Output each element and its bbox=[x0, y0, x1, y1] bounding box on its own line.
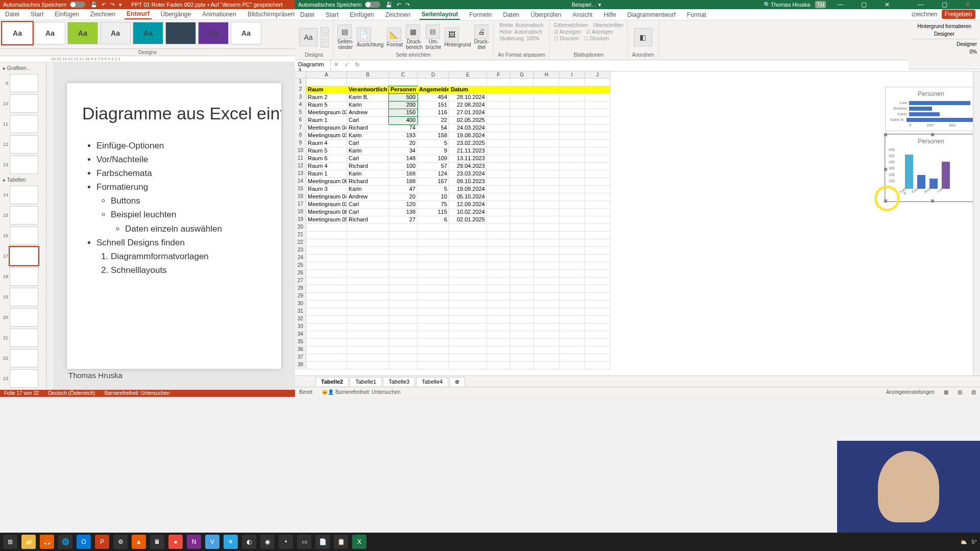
normal-view-icon[interactable]: ▦ bbox=[944, 389, 948, 395]
close-button[interactable]: ✕ bbox=[959, 1, 977, 8]
formula-bar[interactable] bbox=[363, 60, 980, 71]
column-header[interactable]: D bbox=[418, 71, 449, 78]
fonts-icon[interactable] bbox=[321, 34, 329, 40]
grid-vertical-scrollbar[interactable] bbox=[973, 71, 980, 375]
sheet-tab[interactable]: Tabelle4 bbox=[416, 377, 448, 386]
margins-icon[interactable]: ▤ bbox=[337, 24, 352, 39]
slide-thumbnail[interactable]: 13 bbox=[1, 156, 45, 174]
obs-icon[interactable]: ◉ bbox=[260, 535, 275, 549]
column-header[interactable]: J bbox=[585, 71, 610, 78]
column-header[interactable]: E bbox=[449, 71, 487, 78]
redo-icon[interactable]: ↷ bbox=[110, 2, 115, 8]
slide-thumbnail[interactable]: 22 bbox=[1, 349, 45, 367]
print-area-icon[interactable]: ▦ bbox=[406, 24, 420, 39]
tab-datei[interactable]: Datei bbox=[298, 10, 316, 19]
design-theme[interactable]: Aa bbox=[100, 22, 131, 44]
enter-icon[interactable]: ✓ bbox=[341, 60, 352, 71]
tab-start[interactable]: Start bbox=[29, 10, 45, 19]
maximize-button[interactable]: ▢ bbox=[935, 1, 953, 8]
column-header[interactable]: H bbox=[534, 71, 559, 78]
tab-entwurf[interactable]: Entwurf bbox=[125, 9, 152, 19]
vlc-icon[interactable]: ▲ bbox=[132, 535, 146, 549]
column-header[interactable]: C bbox=[389, 71, 418, 78]
cancel-icon[interactable]: ✕ bbox=[331, 60, 341, 71]
chrome-icon[interactable]: 🌐 bbox=[58, 535, 72, 549]
app-icon[interactable]: ▭ bbox=[297, 535, 311, 549]
app-icon[interactable]: ⚙ bbox=[113, 535, 128, 549]
sheet-tab[interactable]: Tabelle2 bbox=[315, 377, 349, 386]
tab-diagrammentwurf[interactable]: Diagrammentwurf bbox=[625, 10, 678, 19]
page-break-view-icon[interactable]: ▧ bbox=[971, 389, 976, 395]
app-icon[interactable]: ◐ bbox=[242, 535, 256, 549]
tab-seitenlayout[interactable]: Seitenlayout bbox=[420, 10, 460, 20]
minimize-button[interactable]: — bbox=[831, 1, 849, 8]
slide-canvas[interactable]: Diagramme aus Excel einfü Einfüge-Option… bbox=[67, 83, 281, 369]
autosave-toggle[interactable] bbox=[70, 2, 85, 8]
column-header[interactable]: B bbox=[347, 71, 389, 78]
minimize-button[interactable]: — bbox=[912, 1, 930, 8]
slide-thumbnail[interactable]: 9 bbox=[1, 74, 45, 92]
column-header[interactable]: A bbox=[306, 71, 347, 78]
telegram-icon[interactable]: ✈ bbox=[224, 535, 238, 549]
slide-thumbnail[interactable]: 23 bbox=[1, 369, 45, 388]
slide-thumbnail[interactable]: 20 bbox=[1, 308, 45, 327]
breaks-icon[interactable]: ⊟ bbox=[426, 24, 440, 39]
app-icon[interactable]: • bbox=[279, 535, 293, 549]
autosave-toggle[interactable] bbox=[365, 2, 380, 8]
sheet-tab[interactable]: Tabelle3 bbox=[383, 377, 415, 386]
design-theme[interactable]: Aa bbox=[198, 22, 229, 44]
design-theme[interactable]: Aa bbox=[35, 22, 65, 44]
arrange-icon[interactable]: ◧ bbox=[634, 28, 652, 46]
user-badge[interactable]: TH bbox=[815, 1, 826, 8]
design-theme[interactable]: Aa bbox=[133, 22, 163, 44]
page-layout-view-icon[interactable]: ▤ bbox=[958, 389, 962, 395]
tab-format[interactable]: Format bbox=[685, 10, 708, 19]
column-header[interactable]: G bbox=[510, 71, 534, 78]
slide-thumbnail[interactable]: 16 bbox=[1, 227, 45, 245]
themes-icon[interactable]: Aa bbox=[299, 28, 317, 46]
tab-start[interactable]: Start bbox=[324, 10, 340, 19]
tab-übergänge[interactable]: Übergänge bbox=[159, 10, 193, 19]
colors-icon[interactable] bbox=[321, 27, 329, 33]
tab-einfügen[interactable]: Einfügen bbox=[348, 10, 376, 19]
tab-einfügen[interactable]: Einfügen bbox=[53, 10, 81, 19]
tab-datei[interactable]: Datei bbox=[3, 10, 21, 19]
slide-thumbnail[interactable]: 19 bbox=[1, 288, 45, 306]
close-button[interactable]: ✕ bbox=[878, 1, 896, 8]
tab-hilfe[interactable]: Hilfe bbox=[602, 10, 618, 19]
slide-thumbnail[interactable]: 18 bbox=[1, 267, 45, 286]
undo-icon[interactable]: ↶ bbox=[102, 2, 106, 8]
tab-daten[interactable]: Daten bbox=[501, 10, 521, 19]
orientation-icon[interactable]: 📄 bbox=[357, 28, 371, 42]
excel-icon[interactable]: X bbox=[352, 535, 366, 549]
sheet-tab[interactable]: Tabelle1 bbox=[350, 377, 382, 386]
tab-ansicht[interactable]: Ansicht bbox=[571, 10, 595, 19]
add-sheet-button[interactable]: ⊕ bbox=[449, 377, 465, 386]
powerpoint-icon[interactable]: P bbox=[95, 535, 109, 549]
column-header[interactable]: I bbox=[559, 71, 585, 78]
column-header[interactable]: F bbox=[487, 71, 510, 78]
slide-thumbnail[interactable]: 10 bbox=[1, 94, 45, 113]
effects-icon[interactable] bbox=[321, 41, 329, 47]
thumbnail-scrollbar[interactable] bbox=[46, 62, 53, 390]
app-icon[interactable]: ● bbox=[168, 535, 183, 549]
spreadsheet-grid[interactable]: ABCDEFGHIJ12RaumVerantwortlichPersonenAn… bbox=[295, 71, 610, 375]
tab-formeln[interactable]: Formeln bbox=[467, 10, 494, 19]
user-name[interactable]: Thomas Hruska bbox=[771, 2, 811, 8]
firefox-icon[interactable]: 🦊 bbox=[40, 535, 54, 549]
tab-animationen[interactable]: Animationen bbox=[200, 10, 238, 19]
background-icon[interactable]: 🖼 bbox=[445, 28, 459, 42]
onenote-icon[interactable]: N bbox=[187, 535, 201, 549]
slide-title[interactable]: Diagramme aus Excel einfü bbox=[82, 104, 266, 123]
slide-thumbnail[interactable]: 14 bbox=[1, 186, 45, 204]
app-icon[interactable]: V bbox=[205, 535, 219, 549]
fx-icon[interactable]: fx bbox=[352, 60, 363, 71]
design-theme[interactable]: Aa bbox=[231, 22, 261, 44]
chart-personen-vertical[interactable]: Personen 6005004003002001000 Karin B.Kar… bbox=[885, 134, 977, 202]
redo-icon[interactable]: ↷ bbox=[405, 2, 410, 8]
app-icon[interactable]: 📋 bbox=[334, 535, 348, 549]
slide-thumbnail[interactable]: 12 bbox=[1, 135, 45, 154]
temperature[interactable]: 5° bbox=[971, 539, 977, 545]
tab-zeichnen[interactable]: Zeichnen bbox=[88, 10, 117, 19]
more-icon[interactable]: ▾ bbox=[119, 2, 122, 8]
